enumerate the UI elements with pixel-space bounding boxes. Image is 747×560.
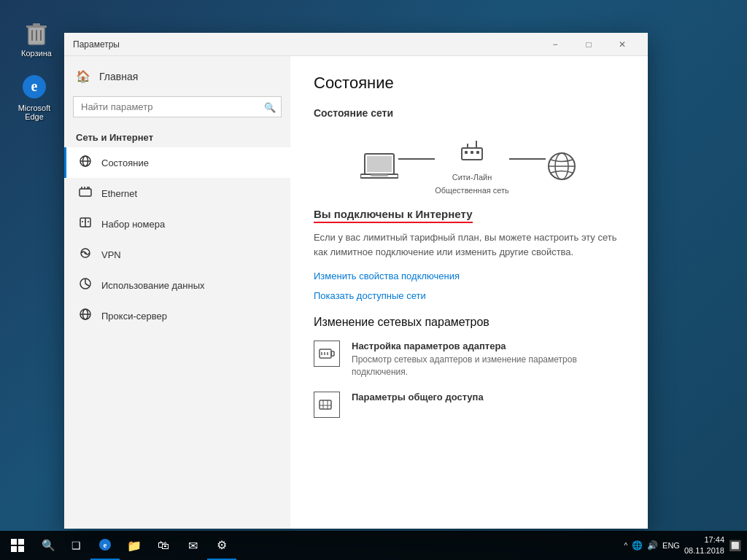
svg-point-22 — [85, 252, 87, 254]
change-properties-link[interactable]: Изменить свойства подключения — [314, 271, 624, 281]
sidebar-item-vpn[interactable]: VPN — [64, 239, 290, 270]
adapter-title: Настройка параметров адаптера — [352, 341, 624, 351]
taskbar-chevron[interactable]: ^ — [624, 542, 627, 550]
vpn-icon — [78, 246, 93, 262]
network-type: Общественная сеть — [435, 186, 509, 195]
close-button[interactable]: ✕ — [605, 33, 639, 56]
taskbar-clock[interactable]: 17:44 08.11.2018 — [684, 534, 724, 557]
svg-rect-41 — [331, 351, 334, 356]
taskbar-search-button[interactable]: 🔍 — [35, 531, 61, 560]
ethernet-label: Ethernet — [101, 188, 137, 199]
sidebar-item-ethernet[interactable]: Ethernet — [64, 178, 290, 209]
edge-label: MicrosoftEdge — [18, 104, 51, 121]
svg-point-18 — [82, 221, 83, 222]
dialup-label: Набор номера — [101, 219, 165, 230]
svg-text:e: e — [31, 78, 38, 94]
taskbar-lang: ENG — [662, 541, 680, 550]
window-controls: − □ ✕ — [538, 33, 639, 56]
svg-rect-5 — [33, 23, 40, 26]
line1 — [398, 158, 435, 160]
proxy-icon — [78, 308, 93, 324]
sidebar-home-button[interactable]: 🏠 Главная — [64, 62, 290, 90]
taskbar-notification-icon[interactable]: 🔲 — [729, 540, 741, 551]
sidebar-item-proxy[interactable]: Прокси-сервер — [64, 300, 290, 331]
data-usage-icon — [78, 277, 93, 293]
taskbar-time: 17:44 — [684, 534, 724, 545]
svg-rect-35 — [471, 151, 473, 154]
sidebar-item-dialup[interactable]: Набор номера — [64, 209, 290, 239]
globe-device — [546, 150, 578, 182]
taskbar-date: 08.11.2018 — [684, 545, 724, 556]
sidebar-item-status[interactable]: Состояние — [64, 147, 290, 178]
data-usage-label: Использование данных — [101, 280, 205, 291]
explorer-taskbar-button[interactable]: 📁 — [120, 531, 149, 560]
mail-taskbar-button[interactable]: ✉ — [178, 531, 207, 560]
svg-rect-28 — [367, 156, 392, 172]
info-text: Если у вас лимитный тарифный план, вы мо… — [314, 230, 624, 259]
settings-taskbar-button[interactable]: ⚙ — [207, 531, 236, 560]
task-view-button[interactable]: ❑ — [61, 531, 90, 560]
home-icon: 🏠 — [76, 69, 90, 83]
window-title: Параметры — [73, 39, 538, 50]
vpn-label: VPN — [101, 249, 121, 260]
svg-point-20 — [88, 221, 89, 222]
page-title: Состояние — [314, 74, 624, 93]
svg-rect-34 — [465, 151, 468, 154]
network-status-title: Состояние сети — [314, 107, 624, 119]
sidebar: 🏠 Главная 🔍 Сеть и Интернет — [64, 56, 290, 529]
taskbar-network-icon[interactable]: 🌐 — [632, 540, 643, 551]
svg-rect-30 — [371, 174, 388, 176]
change-settings-title: Изменение сетевых параметров — [314, 316, 624, 329]
status-label: Состояние — [101, 158, 149, 168]
svg-rect-3 — [40, 30, 42, 41]
maximize-button[interactable]: □ — [572, 33, 605, 56]
line2 — [509, 158, 546, 160]
search-input[interactable] — [73, 96, 282, 117]
window-body: 🏠 Главная 🔍 Сеть и Интернет — [64, 56, 648, 529]
svg-text:e: e — [104, 540, 107, 549]
svg-rect-36 — [476, 151, 479, 154]
adapter-settings-item[interactable]: Настройка параметров адаптера Просмотр с… — [314, 341, 624, 378]
connected-status: Вы подключены к Интернету — [314, 208, 473, 223]
svg-rect-49 — [11, 539, 17, 545]
sharing-settings-item[interactable]: Параметры общего доступа — [314, 392, 624, 418]
status-icon — [78, 155, 93, 171]
start-button[interactable] — [0, 531, 35, 560]
recycle-bin-icon[interactable]: Корзина — [11, 15, 62, 61]
main-content: Состояние Состояние сети — [290, 56, 648, 529]
router-name: Сити-Лайн — [452, 173, 492, 182]
sidebar-section-title: Сеть и Интернет — [64, 123, 290, 147]
adapter-icon — [314, 341, 340, 367]
edge-taskbar-button[interactable]: e — [90, 531, 120, 560]
sharing-title: Параметры общего доступа — [352, 392, 484, 402]
search-icon: 🔍 — [264, 101, 276, 112]
recycle-bin-label: Корзина — [21, 49, 52, 58]
proxy-label: Прокси-сервер — [101, 311, 167, 322]
taskbar-sound-icon[interactable]: 🔊 — [647, 540, 658, 551]
svg-rect-45 — [320, 400, 331, 409]
edge-desktop-icon[interactable]: e MicrosoftEdge — [9, 69, 60, 124]
store-taskbar-button[interactable]: 🛍 — [149, 531, 178, 560]
show-networks-link[interactable]: Показать доступные сети — [314, 290, 624, 301]
taskbar-tray: ^ 🌐 🔊 ENG 17:44 08.11.2018 🔲 — [624, 534, 747, 557]
dialup-icon — [78, 216, 93, 232]
svg-rect-51 — [11, 546, 17, 552]
network-diagram: Сити-Лайн Общественная сеть — [314, 131, 624, 202]
svg-rect-52 — [18, 546, 24, 552]
adapter-settings-text: Настройка параметров адаптера Просмотр с… — [352, 341, 624, 378]
minimize-button[interactable]: − — [538, 33, 572, 56]
ethernet-icon — [78, 185, 93, 201]
sharing-icon — [314, 392, 340, 418]
desktop: Корзина e MicrosoftEdge Параметры − □ ✕ — [0, 0, 747, 560]
laptop-device — [360, 151, 398, 182]
sidebar-search-container: 🔍 — [73, 96, 282, 117]
svg-rect-1 — [31, 30, 33, 41]
home-label: Главная — [99, 71, 138, 82]
svg-point-19 — [85, 221, 86, 222]
adapter-desc: Просмотр сетевых адаптеров и изменение п… — [352, 354, 624, 378]
sidebar-item-data-usage[interactable]: Использование данных — [64, 270, 290, 300]
taskbar: 🔍 ❑ e 📁 🛍 ✉ ⚙ ^ 🌐 🔊 ENG 17:44 08.11.2018… — [0, 531, 747, 560]
settings-window: Параметры − □ ✕ 🏠 Главная 🔍 Сеть и Интер… — [64, 33, 648, 529]
router-device: Сити-Лайн Общественная сеть — [435, 138, 509, 195]
sharing-settings-text: Параметры общего доступа — [352, 392, 484, 405]
